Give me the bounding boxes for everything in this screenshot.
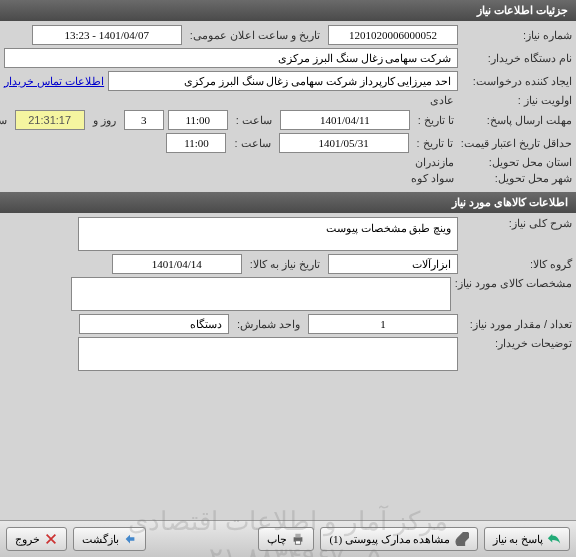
field-group [328,254,458,274]
value-priority: عادی [426,94,458,107]
label-need-date: تاریخ نیاز به کالا: [246,258,324,271]
bottom-toolbar: پاسخ به نیاز مشاهده مدارک پیوستی (1) چاپ… [0,520,576,557]
back-icon [123,532,137,546]
panel-header-goods: اطلاعات کالاهای مورد نیاز [0,192,576,213]
reply-button-label: پاسخ به نیاز [493,533,544,546]
exit-button-label: خروج [15,533,40,546]
field-need-no [328,25,458,45]
field-spec [71,277,451,311]
field-countdown [15,110,85,130]
print-icon [291,532,305,546]
value-province: مازندران [378,156,458,169]
label-need-no: شماره نیاز: [462,29,572,42]
field-days-left [124,110,164,130]
label-province: استان محل تحویل: [462,156,572,169]
field-valid-date [279,133,409,153]
field-reply-time [168,110,228,130]
reply-button[interactable]: پاسخ به نیاز [484,527,571,551]
label-time-2: ساعت : [230,137,274,150]
label-notes: توضیحات خریدار: [462,337,572,350]
label-desc: شرح کلی نیاز: [462,217,572,230]
label-group: گروه کالا: [462,258,572,271]
field-creator [108,71,458,91]
label-time-1: ساعت : [232,114,276,127]
label-creator: ایجاد کننده درخواست: [462,75,572,88]
label-days-and: روز و [89,114,120,127]
label-min-valid: حداقل تاریخ اعتبار قیمت: [461,137,572,150]
field-need-date [112,254,242,274]
label-until-2: تا تاریخ : [413,137,457,150]
field-public-date [32,25,182,45]
svg-rect-1 [296,534,301,538]
svg-rect-2 [296,541,301,545]
label-until-1: تا تاریخ : [414,114,458,127]
field-notes [78,337,458,371]
exit-icon [44,532,58,546]
field-valid-time [166,133,226,153]
details-panel: شماره نیاز: تاریخ و ساعت اعلان عمومی: نا… [0,21,576,192]
label-priority: اولویت نیاز : [462,94,572,107]
label-buyer: نام دستگاه خریدار: [462,52,572,65]
goods-panel: مرکز آمار و اطلاعات اقتصادی ۰۲۱-۸۸۳۴۹۶۷۰… [0,213,576,378]
exit-button[interactable]: خروج [6,527,67,551]
back-button[interactable]: بازگشت [73,527,146,551]
link-contact-buyer[interactable]: اطلاعات تماس خریدار [4,75,104,88]
label-qty: تعداد / مقدار مورد نیاز: [462,318,572,331]
panel-header-details: جزئیات اطلاعات نیاز [0,0,576,21]
print-button[interactable]: چاپ [258,527,314,551]
field-qty [308,314,458,334]
label-reply-deadline: مهلت ارسال پاسخ: [462,114,572,127]
label-city: شهر محل تحویل: [462,172,572,185]
attachment-icon [455,532,469,546]
label-time-left: ساعت باقی مانده [0,114,11,127]
label-unit: واحد شمارش: [233,318,304,331]
reply-icon [547,532,561,546]
field-unit [79,314,229,334]
field-reply-date [280,110,410,130]
attachments-button-label: مشاهده مدارک پیوستی (1) [329,533,450,546]
label-public-date: تاریخ و ساعت اعلان عمومی: [186,29,324,42]
value-city: سواد کوه [407,172,458,185]
label-spec: مشخصات کالای مورد نیاز: [455,277,572,290]
field-buyer [4,48,458,68]
print-button-label: چاپ [267,533,287,546]
back-button-label: بازگشت [82,533,119,546]
attachments-button[interactable]: مشاهده مدارک پیوستی (1) [320,527,477,551]
field-desc [78,217,458,251]
